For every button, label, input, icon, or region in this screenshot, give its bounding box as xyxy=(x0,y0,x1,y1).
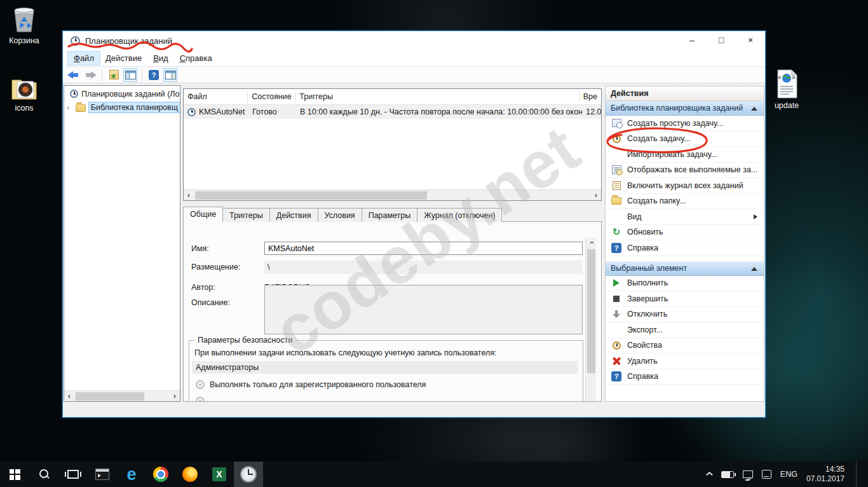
description-textarea[interactable] xyxy=(264,285,583,334)
menu-view[interactable]: Вид xyxy=(147,51,174,65)
run-icon xyxy=(613,279,620,287)
language-indicator[interactable]: ENG xyxy=(780,470,797,479)
show-action-pane-button[interactable] xyxy=(163,68,177,82)
action-create-task[interactable]: Создать задачу... xyxy=(606,132,764,147)
taskbar-chrome[interactable] xyxy=(146,462,175,487)
taskbar-task-scheduler-active[interactable] xyxy=(234,462,263,487)
task-view-button[interactable] xyxy=(58,462,88,487)
close-button[interactable]: × xyxy=(736,31,765,50)
expander-icon[interactable]: › xyxy=(67,102,72,112)
column-file[interactable]: Файл xyxy=(184,92,248,102)
run-only-logged-on-option[interactable]: Выполнять только для зарегистрированного… xyxy=(196,380,426,389)
details-vertical-scrollbar[interactable] xyxy=(585,238,596,402)
scroll-left-icon[interactable] xyxy=(184,190,194,201)
scroll-up-icon[interactable] xyxy=(586,238,597,248)
task-row-kmsautonet[interactable]: KMSAutoNet Готово В 10:00 каждые 10 дн. … xyxy=(184,105,601,119)
tree-item-root[interactable]: Планировщик заданий (Лок xyxy=(64,87,180,100)
action-new-folder[interactable]: Создать папку... xyxy=(606,194,764,210)
taskbar-search-button[interactable] xyxy=(29,462,58,487)
action-export[interactable]: Экспорт... xyxy=(606,322,764,338)
action-center-icon[interactable] xyxy=(762,470,771,479)
scroll-right-icon[interactable] xyxy=(591,190,601,201)
menu-action[interactable]: Действие xyxy=(100,51,147,65)
scroll-right-icon[interactable] xyxy=(170,391,180,402)
disable-icon xyxy=(612,310,621,319)
tab-actions[interactable]: Действия xyxy=(269,208,318,222)
tray-chevron-icon[interactable] xyxy=(706,471,712,477)
minimize-button[interactable]: – xyxy=(677,31,707,50)
taskbar-excel[interactable]: X xyxy=(205,462,234,487)
tab-general[interactable]: Общие xyxy=(183,207,223,222)
tab-history[interactable]: Журнал (отключен) xyxy=(417,208,502,222)
task-state: Готово xyxy=(248,107,296,116)
maximize-button[interactable]: □ xyxy=(707,31,736,50)
battery-icon[interactable] xyxy=(721,471,734,478)
tab-settings[interactable]: Параметры xyxy=(362,208,418,222)
library-group-header[interactable]: Библиотека планировщика заданий xyxy=(606,101,764,116)
start-button[interactable] xyxy=(0,462,29,487)
recycle-bin-icon xyxy=(10,5,39,34)
action-display-running-tasks[interactable]: Отображать все выполняемые за... xyxy=(606,163,764,179)
column-time[interactable]: Вре xyxy=(580,92,601,102)
scrollbar-thumb[interactable] xyxy=(76,392,144,401)
tree-horizontal-scrollbar[interactable] xyxy=(64,390,180,401)
scroll-left-icon[interactable] xyxy=(64,391,74,402)
action-delete[interactable]: Удалить xyxy=(606,353,764,369)
selected-item-group-header[interactable]: Выбранный элемент xyxy=(606,261,764,276)
task-scheduler-icon xyxy=(240,466,257,483)
tab-conditions[interactable]: Условия xyxy=(318,208,362,222)
action-properties[interactable]: Свойства xyxy=(606,338,764,354)
desktop-icon-recycle-bin[interactable]: Корзина xyxy=(0,5,48,45)
forward-button[interactable] xyxy=(83,68,97,82)
desktop-icon-icons-folder[interactable]: icons xyxy=(0,75,48,113)
menu-help[interactable]: Справка xyxy=(174,51,218,65)
tab-triggers[interactable]: Триггеры xyxy=(222,208,270,222)
taskbar-edge[interactable]: e xyxy=(117,462,146,487)
taskbar-firefox[interactable] xyxy=(175,462,205,487)
desktop-icon-label: update xyxy=(775,101,799,110)
action-create-basic-task[interactable]: Создать простую задачу... xyxy=(606,116,764,132)
action-view[interactable]: Вид xyxy=(606,209,764,225)
task-scheduler-app-icon xyxy=(71,36,80,46)
action-help-selected[interactable]: Справка xyxy=(606,369,764,385)
action-enable-task-history[interactable]: Включить журнал всех заданий xyxy=(606,178,764,194)
name-input[interactable] xyxy=(264,242,583,255)
delete-icon xyxy=(612,356,621,366)
details-tabs: Общие Триггеры Действия Условия Параметр… xyxy=(183,207,501,222)
action-refresh[interactable]: Обновить xyxy=(606,225,764,241)
back-button[interactable] xyxy=(67,68,81,82)
desktop-icon-label: icons xyxy=(15,104,33,113)
radio-icon[interactable] xyxy=(196,397,205,402)
show-desktop-button[interactable] xyxy=(856,462,859,487)
task-list: Файл Состояние Триггеры Вре KMSAutoNet Г… xyxy=(183,88,602,201)
scrollbar-thumb[interactable] xyxy=(587,249,595,373)
list-horizontal-scrollbar[interactable] xyxy=(184,189,601,200)
scrollbar-thumb[interactable] xyxy=(195,191,427,200)
search-icon xyxy=(38,469,50,480)
help-button[interactable] xyxy=(147,68,161,82)
radio-icon[interactable] xyxy=(196,380,205,389)
taskbar: e X ENG 14:35 07.01.2017 xyxy=(0,462,868,487)
menu-bar: Файл Действие Вид Справка xyxy=(63,50,765,67)
tree-item-library[interactable]: › Библиотека планировщ xyxy=(64,100,180,114)
taskbar-cmd[interactable] xyxy=(88,462,117,487)
title-bar[interactable]: Планировщик заданий xyxy=(63,31,765,50)
menu-file[interactable]: Файл xyxy=(68,51,100,65)
tray-clock[interactable]: 14:35 07.01.2017 xyxy=(806,465,844,484)
location-value: \ xyxy=(264,261,583,274)
action-run[interactable]: Выполнить xyxy=(606,276,764,292)
edge-icon: e xyxy=(126,466,136,483)
forward-arrow-icon xyxy=(84,71,97,79)
desktop-icon-update-file[interactable]: update xyxy=(763,69,811,110)
column-state[interactable]: Состояние xyxy=(248,92,295,102)
column-triggers[interactable]: Триггеры xyxy=(295,92,579,102)
create-basic-task-icon xyxy=(612,119,621,127)
import-task-button[interactable] xyxy=(107,68,121,82)
action-help[interactable]: Справка xyxy=(606,240,764,256)
firefox-icon xyxy=(182,467,198,482)
action-end[interactable]: Завершить xyxy=(606,291,764,307)
show-console-tree-button[interactable] xyxy=(123,68,137,82)
network-icon[interactable] xyxy=(743,470,753,478)
action-import-task[interactable]: Импортировать задачу... xyxy=(606,147,764,163)
action-disable[interactable]: Отключить xyxy=(606,307,764,323)
